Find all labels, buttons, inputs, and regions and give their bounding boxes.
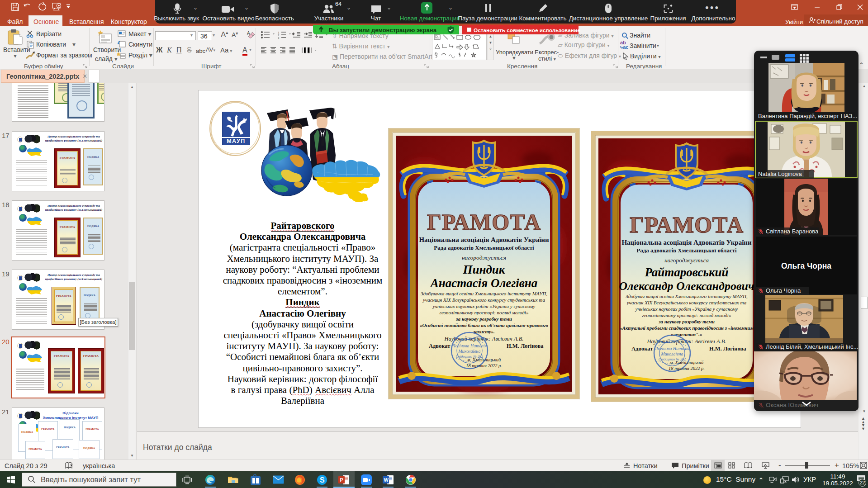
svg-text:A: A: [247, 31, 250, 36]
svg-text:Адвокат: Адвокат: [631, 346, 653, 352]
svg-text:Логінова Наталія: Логінова Наталія: [655, 346, 690, 351]
svg-text:Райтаровський: Райтаровський: [644, 265, 728, 279]
svg-text:нагороджується: нагороджується: [462, 254, 506, 261]
svg-text:S: S: [320, 476, 325, 484]
svg-text:ГРАМОТА: ГРАМОТА: [427, 209, 541, 235]
svg-text:18 травня 2022 р.: 18 травня 2022 р.: [466, 363, 502, 368]
svg-text:«Особисті немайнові блага як о: «Особисті немайнові блага як об'єкти цив…: [420, 322, 549, 328]
svg-text:Миколаївна: Миколаївна: [458, 349, 481, 354]
svg-text:нагороджується: нагороджується: [664, 257, 709, 264]
svg-text:«Актуальні проблеми спадкових: «Актуальні проблеми спадкових правовідно…: [620, 325, 754, 331]
svg-text:м. Хмельницький: м. Хмельницький: [669, 360, 704, 365]
svg-text:Здобувачка вищої освіти Хмельн: Здобувачка вищої освіти Хмельницького ін…: [421, 291, 547, 296]
svg-text:Здобувач вищої освіти Хмельниц: Здобувач вищої освіти Хмельницького інст…: [626, 294, 748, 299]
svg-text:геополітичному просторі: погля: геополітичному просторі: погляд молоді»: [642, 313, 731, 318]
svg-text:P: P: [340, 477, 343, 483]
svg-text:учасниця XIX Всеукраїнського к: учасниця XIX Всеукраїнського конкурсу ст…: [422, 297, 545, 303]
svg-text:Логінова Наталія: Логінова Наталія: [452, 343, 487, 348]
svg-text:18 травня 2022 р.: 18 травня 2022 р.: [669, 366, 705, 371]
svg-text:Національна асоціація Адвокаті: Національна асоціація Адвокатів України: [621, 239, 752, 246]
svg-text:Миколаївна: Миколаївна: [661, 351, 683, 356]
svg-text:учнівських наукових робіт «: учнівських наукових робіт «Україна у суч…: [635, 306, 738, 312]
svg-text:W: W: [384, 477, 389, 483]
svg-text:Олександр Олександрович: Олександр Олександрович: [619, 280, 754, 293]
svg-text:Національна асоціація Адвокаті: Національна асоціація Адвокатів України: [419, 236, 549, 243]
svg-text:за наукову розробку теми: за наукову розробку теми: [658, 319, 715, 324]
svg-text:3: 3: [278, 37, 280, 39]
svg-text:Анастасія Олегівна: Анастасія Олегівна: [430, 276, 538, 290]
svg-text:Адвокат: Адвокат: [429, 343, 450, 349]
svg-text:Н.М. Логінова: Н.М. Логінова: [507, 343, 544, 349]
svg-text:Рада адвокатів Хмельницької об: Рада адвокатів Хмельницької області: [434, 244, 534, 251]
svg-text:ГРАМОТА: ГРАМОТА: [630, 212, 744, 237]
svg-text:елементом".»: елементом".»: [671, 332, 702, 337]
svg-text:Рада адвокатів Хмельницької об: Рада адвокатів Хмельницької області: [636, 247, 737, 254]
svg-text:Н.М. Логінова: Н.М. Логінова: [709, 346, 746, 352]
svg-text:за наукову розробку теми: за наукову розробку теми: [455, 316, 512, 322]
svg-text:геополітичному просторі: погля: геополітичному просторі: погляд молоді»: [440, 310, 529, 315]
svg-text:м. Хмельницький: м. Хмельницький: [467, 357, 501, 362]
svg-text:учасник XIX Всеукраїнського ко: учасник XIX Всеукраїнського конкурсу сту…: [626, 300, 747, 305]
svg-text:Пиндик: Пиндик: [462, 263, 505, 276]
svg-text:учнівських наукових робіт «: учнівських наукових робіт «Україна у суч…: [432, 303, 535, 309]
